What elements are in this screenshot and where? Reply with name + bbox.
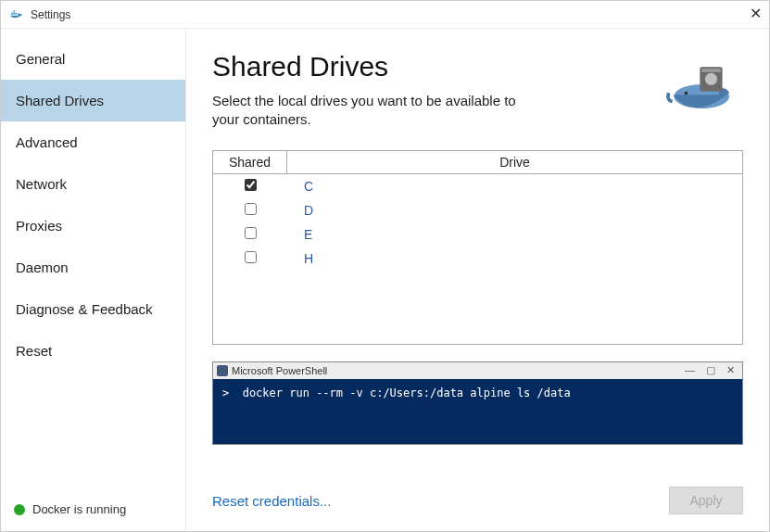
status-text: Docker is running — [32, 502, 126, 516]
svg-rect-1 — [13, 12, 15, 14]
svg-point-8 — [685, 91, 688, 95]
shared-checkbox-e[interactable] — [245, 227, 257, 239]
powershell-body[interactable]: > docker run --rm -v c:/Users:/data alpi… — [213, 379, 742, 444]
shared-checkbox-c[interactable] — [245, 179, 257, 191]
sidebar-item-shared-drives[interactable]: Shared Drives — [1, 80, 185, 121]
svg-rect-0 — [11, 12, 13, 14]
drive-letter: H — [287, 251, 313, 266]
svg-rect-6 — [701, 69, 721, 72]
docker-status: Docker is running — [1, 488, 185, 531]
table-row[interactable]: H — [213, 247, 742, 271]
apply-button: Apply — [669, 487, 743, 514]
page-description: Select the local drives you want to be a… — [212, 92, 527, 130]
status-dot-icon — [14, 504, 25, 515]
powershell-panel: Microsoft PowerShell — ▢ ✕ > docker run … — [212, 361, 743, 445]
sidebar-item-diagnose-feedback[interactable]: Diagnose & Feedback — [1, 288, 185, 330]
window-title: Settings — [31, 8, 70, 21]
reset-credentials-link[interactable]: Reset credentials... — [212, 493, 331, 509]
sidebar-item-daemon[interactable]: Daemon — [1, 247, 185, 288]
ps-maximize-icon[interactable]: ▢ — [706, 364, 715, 376]
powershell-icon — [217, 365, 228, 376]
ps-minimize-icon[interactable]: — — [685, 364, 695, 376]
svg-rect-2 — [16, 12, 18, 14]
sidebar-item-proxies[interactable]: Proxies — [1, 205, 185, 247]
table-row[interactable]: E — [213, 222, 742, 247]
sidebar-item-general[interactable]: General — [1, 38, 185, 80]
sidebar-item-advanced[interactable]: Advanced — [1, 121, 185, 163]
drive-letter: C — [287, 179, 313, 194]
ps-close-icon[interactable]: ✕ — [726, 364, 735, 376]
column-header-drive[interactable]: Drive — [287, 151, 742, 173]
drive-letter: D — [287, 203, 313, 218]
page-title: Shared Drives — [212, 51, 658, 82]
docker-whale-icon — [8, 6, 25, 23]
powershell-title: Microsoft PowerShell — [232, 365, 327, 376]
column-header-shared[interactable]: Shared — [213, 151, 287, 173]
svg-rect-3 — [13, 10, 15, 12]
table-row[interactable]: C — [213, 174, 742, 198]
docker-whale-illustration-icon — [665, 51, 743, 116]
sidebar-item-reset[interactable]: Reset — [1, 330, 185, 372]
sidebar: General Shared Drives Advanced Network P… — [1, 29, 186, 531]
svg-point-7 — [705, 73, 717, 85]
sidebar-item-network[interactable]: Network — [1, 163, 185, 205]
main-panel: Shared Drives Select the local drives yo… — [186, 29, 769, 531]
drive-table: Shared Drive C D E H — [212, 150, 743, 345]
shared-checkbox-h[interactable] — [245, 251, 257, 263]
close-icon[interactable]: ✕ — [750, 5, 762, 22]
drive-letter: E — [287, 227, 312, 242]
shared-checkbox-d[interactable] — [245, 203, 257, 215]
table-row[interactable]: D — [213, 198, 742, 222]
